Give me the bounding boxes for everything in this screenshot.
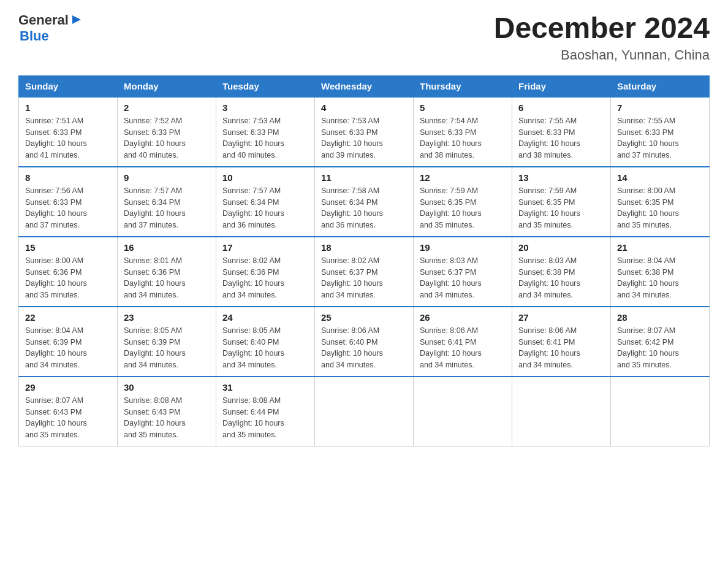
day-info: Sunrise: 7:59 AMSunset: 6:35 PMDaylight:… bbox=[518, 186, 580, 229]
day-info: Sunrise: 7:59 AMSunset: 6:35 PMDaylight:… bbox=[420, 186, 482, 229]
day-number: 6 bbox=[518, 102, 604, 113]
header-day-friday: Friday bbox=[512, 75, 611, 97]
calendar-cell: 14 Sunrise: 8:00 AMSunset: 6:35 PMDaylig… bbox=[611, 167, 710, 237]
day-info: Sunrise: 7:56 AMSunset: 6:33 PMDaylight:… bbox=[25, 186, 87, 229]
day-number: 13 bbox=[518, 172, 604, 183]
calendar-cell: 11 Sunrise: 7:58 AMSunset: 6:34 PMDaylig… bbox=[315, 167, 414, 237]
day-number: 19 bbox=[420, 242, 506, 253]
calendar-cell: 29 Sunrise: 8:07 AMSunset: 6:43 PMDaylig… bbox=[19, 377, 118, 446]
title-section: December 2024 Baoshan, Yunnan, China bbox=[494, 12, 710, 63]
day-info: Sunrise: 7:55 AMSunset: 6:33 PMDaylight:… bbox=[518, 117, 580, 159]
day-number: 12 bbox=[420, 172, 506, 183]
calendar-cell: 23 Sunrise: 8:05 AMSunset: 6:39 PMDaylig… bbox=[118, 307, 216, 377]
calendar-week-row: 1 Sunrise: 7:51 AMSunset: 6:33 PMDayligh… bbox=[19, 97, 710, 167]
header-day-thursday: Thursday bbox=[414, 75, 512, 97]
calendar-header-row: SundayMondayTuesdayWednesdayThursdayFrid… bbox=[19, 75, 710, 97]
day-number: 30 bbox=[124, 382, 210, 393]
day-number: 15 bbox=[25, 242, 111, 253]
day-info: Sunrise: 8:06 AMSunset: 6:41 PMDaylight:… bbox=[518, 326, 580, 369]
day-info: Sunrise: 8:04 AMSunset: 6:38 PMDaylight:… bbox=[617, 256, 679, 299]
day-number: 22 bbox=[25, 312, 111, 323]
day-info: Sunrise: 7:57 AMSunset: 6:34 PMDaylight:… bbox=[124, 186, 186, 229]
day-number: 24 bbox=[222, 312, 308, 323]
day-info: Sunrise: 7:51 AMSunset: 6:33 PMDaylight:… bbox=[25, 117, 87, 159]
calendar-cell: 15 Sunrise: 8:00 AMSunset: 6:36 PMDaylig… bbox=[19, 237, 118, 307]
header-day-tuesday: Tuesday bbox=[216, 75, 315, 97]
calendar-cell: 9 Sunrise: 7:57 AMSunset: 6:34 PMDayligh… bbox=[118, 167, 216, 237]
day-info: Sunrise: 8:02 AMSunset: 6:36 PMDaylight:… bbox=[222, 256, 284, 299]
calendar-title: December 2024 bbox=[494, 12, 710, 45]
calendar-cell: 22 Sunrise: 8:04 AMSunset: 6:39 PMDaylig… bbox=[19, 307, 118, 377]
header-day-sunday: Sunday bbox=[19, 75, 118, 97]
calendar-week-row: 8 Sunrise: 7:56 AMSunset: 6:33 PMDayligh… bbox=[19, 167, 710, 237]
calendar-cell: 17 Sunrise: 8:02 AMSunset: 6:36 PMDaylig… bbox=[216, 237, 315, 307]
day-number: 26 bbox=[420, 312, 506, 323]
day-info: Sunrise: 8:07 AMSunset: 6:42 PMDaylight:… bbox=[617, 326, 679, 369]
calendar-cell: 26 Sunrise: 8:06 AMSunset: 6:41 PMDaylig… bbox=[414, 307, 512, 377]
logo: General Blue bbox=[18, 12, 83, 44]
day-number: 23 bbox=[124, 312, 210, 323]
day-number: 17 bbox=[222, 242, 308, 253]
calendar-week-row: 15 Sunrise: 8:00 AMSunset: 6:36 PMDaylig… bbox=[19, 237, 710, 307]
day-info: Sunrise: 8:06 AMSunset: 6:40 PMDaylight:… bbox=[321, 326, 383, 369]
calendar-cell: 31 Sunrise: 8:08 AMSunset: 6:44 PMDaylig… bbox=[216, 377, 315, 446]
day-info: Sunrise: 7:58 AMSunset: 6:34 PMDaylight:… bbox=[321, 186, 383, 229]
day-number: 3 bbox=[222, 102, 308, 113]
day-number: 8 bbox=[25, 172, 111, 183]
calendar-cell bbox=[414, 377, 512, 446]
page-header: General Blue December 2024 Baoshan, Yunn… bbox=[18, 12, 710, 63]
day-number: 14 bbox=[617, 172, 703, 183]
calendar-cell: 24 Sunrise: 8:05 AMSunset: 6:40 PMDaylig… bbox=[216, 307, 315, 377]
calendar-cell: 16 Sunrise: 8:01 AMSunset: 6:36 PMDaylig… bbox=[118, 237, 216, 307]
day-info: Sunrise: 8:08 AMSunset: 6:44 PMDaylight:… bbox=[222, 396, 284, 439]
calendar-subtitle: Baoshan, Yunnan, China bbox=[494, 47, 710, 63]
day-info: Sunrise: 7:53 AMSunset: 6:33 PMDaylight:… bbox=[321, 117, 383, 159]
day-number: 9 bbox=[124, 172, 210, 183]
header-day-wednesday: Wednesday bbox=[315, 75, 414, 97]
day-info: Sunrise: 8:04 AMSunset: 6:39 PMDaylight:… bbox=[25, 326, 87, 369]
calendar-cell: 2 Sunrise: 7:52 AMSunset: 6:33 PMDayligh… bbox=[118, 97, 216, 167]
calendar-cell: 27 Sunrise: 8:06 AMSunset: 6:41 PMDaylig… bbox=[512, 307, 611, 377]
day-number: 2 bbox=[124, 102, 210, 113]
day-number: 10 bbox=[222, 172, 308, 183]
calendar-cell: 19 Sunrise: 8:03 AMSunset: 6:37 PMDaylig… bbox=[414, 237, 512, 307]
calendar-cell: 8 Sunrise: 7:56 AMSunset: 6:33 PMDayligh… bbox=[19, 167, 118, 237]
day-info: Sunrise: 8:00 AMSunset: 6:35 PMDaylight:… bbox=[617, 186, 679, 229]
day-number: 27 bbox=[518, 312, 604, 323]
day-number: 1 bbox=[25, 102, 111, 113]
day-info: Sunrise: 8:07 AMSunset: 6:43 PMDaylight:… bbox=[25, 396, 87, 439]
calendar-cell: 3 Sunrise: 7:53 AMSunset: 6:33 PMDayligh… bbox=[216, 97, 315, 167]
day-info: Sunrise: 7:55 AMSunset: 6:33 PMDaylight:… bbox=[617, 117, 679, 159]
day-info: Sunrise: 8:00 AMSunset: 6:36 PMDaylight:… bbox=[25, 256, 87, 299]
day-number: 7 bbox=[617, 102, 703, 113]
calendar-table: SundayMondayTuesdayWednesdayThursdayFrid… bbox=[18, 75, 710, 446]
day-info: Sunrise: 8:03 AMSunset: 6:38 PMDaylight:… bbox=[518, 256, 580, 299]
svg-marker-0 bbox=[72, 15, 81, 24]
day-number: 5 bbox=[420, 102, 506, 113]
calendar-week-row: 29 Sunrise: 8:07 AMSunset: 6:43 PMDaylig… bbox=[19, 377, 710, 446]
day-number: 25 bbox=[321, 312, 407, 323]
day-info: Sunrise: 7:54 AMSunset: 6:33 PMDaylight:… bbox=[420, 117, 482, 159]
calendar-cell bbox=[611, 377, 710, 446]
calendar-week-row: 22 Sunrise: 8:04 AMSunset: 6:39 PMDaylig… bbox=[19, 307, 710, 377]
day-number: 4 bbox=[321, 102, 407, 113]
day-info: Sunrise: 7:52 AMSunset: 6:33 PMDaylight:… bbox=[124, 117, 186, 159]
day-info: Sunrise: 7:53 AMSunset: 6:33 PMDaylight:… bbox=[222, 117, 284, 159]
calendar-cell bbox=[512, 377, 611, 446]
header-day-monday: Monday bbox=[118, 75, 216, 97]
day-number: 29 bbox=[25, 382, 111, 393]
day-info: Sunrise: 8:05 AMSunset: 6:39 PMDaylight:… bbox=[124, 326, 186, 369]
day-number: 21 bbox=[617, 242, 703, 253]
logo-arrow-icon bbox=[70, 13, 83, 26]
calendar-cell: 12 Sunrise: 7:59 AMSunset: 6:35 PMDaylig… bbox=[414, 167, 512, 237]
calendar-cell: 28 Sunrise: 8:07 AMSunset: 6:42 PMDaylig… bbox=[611, 307, 710, 377]
calendar-cell: 6 Sunrise: 7:55 AMSunset: 6:33 PMDayligh… bbox=[512, 97, 611, 167]
header-day-saturday: Saturday bbox=[611, 75, 710, 97]
logo-blue: Blue bbox=[20, 28, 49, 44]
day-info: Sunrise: 8:05 AMSunset: 6:40 PMDaylight:… bbox=[222, 326, 284, 369]
calendar-cell: 7 Sunrise: 7:55 AMSunset: 6:33 PMDayligh… bbox=[611, 97, 710, 167]
day-info: Sunrise: 8:08 AMSunset: 6:43 PMDaylight:… bbox=[124, 396, 186, 439]
day-info: Sunrise: 8:06 AMSunset: 6:41 PMDaylight:… bbox=[420, 326, 482, 369]
calendar-cell: 13 Sunrise: 7:59 AMSunset: 6:35 PMDaylig… bbox=[512, 167, 611, 237]
calendar-cell: 1 Sunrise: 7:51 AMSunset: 6:33 PMDayligh… bbox=[19, 97, 118, 167]
